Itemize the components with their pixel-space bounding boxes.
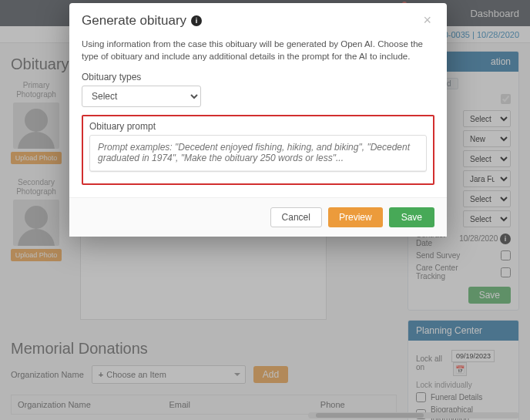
close-icon[interactable]: × [420, 12, 434, 29]
info-icon[interactable]: i [191, 15, 202, 26]
generate-obituary-modal: Generate obituary i × Using information … [69, 3, 447, 237]
modal-title: Generate obituary [82, 13, 186, 29]
preview-button[interactable]: Preview [328, 207, 383, 227]
obituary-types-label: Obituary types [82, 72, 434, 82]
modal-description: Using information from the case this obi… [82, 38, 434, 62]
obituary-prompt-textarea[interactable] [89, 135, 427, 172]
obituary-prompt-label: Obituary prompt [89, 121, 427, 132]
save-button[interactable]: Save [389, 207, 434, 227]
obituary-types-select[interactable]: Select [82, 86, 201, 107]
prompt-highlight-box: Obituary prompt [82, 115, 434, 185]
cancel-button[interactable]: Cancel [270, 207, 322, 227]
